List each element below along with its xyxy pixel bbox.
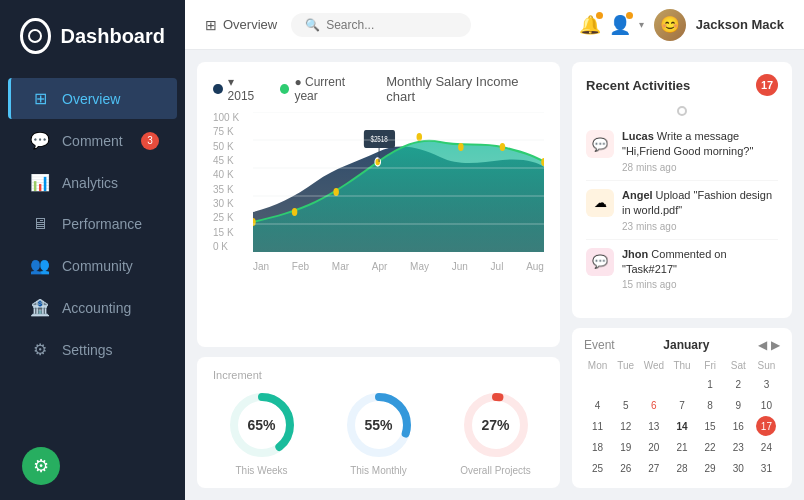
cal-cell[interactable] — [681, 381, 683, 387]
activity-info-lucas: Lucas Write a message "Hi,Friend Good mo… — [622, 129, 778, 173]
cal-cell[interactable] — [625, 381, 627, 387]
chart-area: 100 K75 K50 K 45 K40 K35 K 30 K25 K15 K0… — [213, 112, 544, 272]
event-label: Event — [584, 338, 615, 352]
cal-cell-18[interactable]: 18 — [591, 439, 604, 456]
cal-cell-29[interactable]: 29 — [704, 460, 717, 477]
cal-cell-25[interactable]: 25 — [591, 460, 604, 477]
cal-cell[interactable] — [597, 381, 599, 387]
cal-cell-19[interactable]: 19 — [619, 439, 632, 456]
cal-cell-17-today[interactable]: 17 — [756, 416, 776, 436]
sidebar-nav: ⊞ Overview 💬 Comment 3 📊 Analytics 🖥 Per… — [0, 72, 185, 432]
cal-cell-8[interactable]: 8 — [706, 397, 714, 414]
gauge-monthly-circle: 55% — [343, 389, 415, 461]
search-bar[interactable]: 🔍 — [291, 13, 471, 37]
calendar-grid: Mon Tue Wed Thu Fri Sat Sun 1 2 3 — [584, 358, 780, 478]
sidebar-item-accounting[interactable]: 🏦 Accounting — [8, 287, 177, 328]
main-content: ⊞ Overview 🔍 🔔 👤 ▾ 😊 Jackson Mack — [185, 0, 804, 500]
messages-button[interactable]: 👤 — [609, 14, 631, 36]
comment-badge: 3 — [141, 132, 159, 150]
search-input[interactable] — [326, 18, 457, 32]
app-title: Dashboard — [61, 25, 165, 48]
activities-card: Recent Activities 17 💬 Lucas Write a mes… — [572, 62, 792, 318]
activity-item-angel: ☁ Angel Upload "Fashion design in world.… — [586, 181, 778, 240]
search-icon: 🔍 — [305, 18, 320, 32]
calendar-next[interactable]: ▶ — [771, 338, 780, 352]
cal-cell-31[interactable]: 31 — [760, 460, 773, 477]
activity-time-jhon: 15 mins ago — [622, 279, 778, 290]
legend-dot-2015 — [213, 84, 223, 94]
cal-cell-12[interactable]: 12 — [619, 418, 632, 435]
cal-cell-3[interactable]: 3 — [763, 376, 771, 393]
cal-cell-30[interactable]: 30 — [732, 460, 745, 477]
cal-head-sat: Sat — [725, 358, 752, 373]
cal-cell-16[interactable]: 16 — [732, 418, 745, 435]
gauge-weekly-value: 65% — [247, 417, 275, 433]
activity-info-jhon: Jhon Commented on "Task#217" 15 mins ago — [622, 247, 778, 291]
gauge-container: 65% This Weeks 55% This Monthly — [213, 389, 544, 476]
header: ⊞ Overview 🔍 🔔 👤 ▾ 😊 Jackson Mack — [185, 0, 804, 50]
activity-icon-lucas: 💬 — [586, 130, 614, 158]
chart-card: ▾ 2015 ● Current year Monthly Salary Inc… — [197, 62, 560, 347]
sidebar-item-performance[interactable]: 🖥 Performance — [8, 204, 177, 244]
cal-cell-10[interactable]: 10 — [760, 397, 773, 414]
settings-fab[interactable]: ⚙ — [22, 447, 60, 485]
cal-cell-20[interactable]: 20 — [647, 439, 660, 456]
cal-head-wed: Wed — [640, 358, 667, 373]
sidebar-label-overview: Overview — [62, 91, 120, 107]
cal-cell-5[interactable]: 5 — [622, 397, 630, 414]
sidebar-label-community: Community — [62, 258, 133, 274]
sidebar-item-overview[interactable]: ⊞ Overview — [8, 78, 177, 119]
cal-cell-24[interactable]: 24 — [760, 439, 773, 456]
cal-cell-13[interactable]: 13 — [647, 418, 660, 435]
cal-cell-21[interactable]: 21 — [675, 439, 688, 456]
activity-icon-angel: ☁ — [586, 189, 614, 217]
cal-cell-15[interactable]: 15 — [704, 418, 717, 435]
notifications-button[interactable]: 🔔 — [579, 14, 601, 36]
analytics-icon: 📊 — [30, 173, 50, 192]
cal-cell-7[interactable]: 7 — [678, 397, 686, 414]
content-area: ▾ 2015 ● Current year Monthly Salary Inc… — [185, 50, 804, 500]
svg-point-2 — [333, 188, 339, 196]
cal-cell-14[interactable]: 14 — [675, 418, 688, 435]
calendar-card: Event January ◀ ▶ Mon Tue Wed Thu Fri Sa… — [572, 328, 792, 488]
cal-cell-9[interactable]: 9 — [734, 397, 742, 414]
performance-icon: 🖥 — [30, 215, 50, 233]
cal-cell-1[interactable]: 1 — [706, 376, 714, 393]
chart-legend: ▾ 2015 ● Current year Monthly Salary Inc… — [213, 74, 544, 104]
cal-cell-6[interactable]: 6 — [650, 397, 658, 414]
cal-cell-28[interactable]: 28 — [675, 460, 688, 477]
cal-cell[interactable] — [653, 381, 655, 387]
sidebar-logo: Dashboard — [0, 0, 185, 72]
legend-current: ● Current year — [280, 75, 368, 103]
cal-head-tue: Tue — [612, 358, 639, 373]
header-icons: 🔔 👤 ▾ — [579, 14, 644, 36]
sidebar-label-analytics: Analytics — [62, 175, 118, 191]
svg-text:$2518: $2518 — [370, 134, 387, 144]
cal-cell-27[interactable]: 27 — [647, 460, 660, 477]
activity-icon-jhon: 💬 — [586, 248, 614, 276]
sidebar-item-community[interactable]: 👥 Community — [8, 245, 177, 286]
cal-cell-22[interactable]: 22 — [704, 439, 717, 456]
cal-cell-11[interactable]: 11 — [591, 418, 604, 435]
cal-cell-26[interactable]: 26 — [619, 460, 632, 477]
activity-time-lucas: 28 mins ago — [622, 162, 778, 173]
chart-y-labels: 100 K75 K50 K 45 K40 K35 K 30 K25 K15 K0… — [213, 112, 239, 252]
svg-point-6 — [500, 143, 506, 151]
cal-cell-4[interactable]: 4 — [594, 397, 602, 414]
calendar-prev[interactable]: ◀ — [758, 338, 767, 352]
activity-status-dot — [677, 106, 687, 116]
cal-cell-2[interactable]: 2 — [734, 376, 742, 393]
calendar-header: Event January ◀ ▶ — [584, 338, 780, 352]
sidebar-item-analytics[interactable]: 📊 Analytics — [8, 162, 177, 203]
calendar-nav: ◀ ▶ — [758, 338, 780, 352]
sidebar-item-comment[interactable]: 💬 Comment 3 — [8, 120, 177, 161]
sidebar-item-settings[interactable]: ⚙ Settings — [8, 329, 177, 370]
svg-point-1 — [292, 208, 298, 216]
chevron-down-icon: ▾ — [639, 19, 644, 30]
activity-time-angel: 23 mins ago — [622, 221, 778, 232]
svg-point-3 — [375, 158, 381, 166]
gauge-monthly-value: 55% — [364, 417, 392, 433]
gauge-projects-circle: 27% — [460, 389, 532, 461]
cal-cell-23[interactable]: 23 — [732, 439, 745, 456]
gauge-weekly-circle: 65% — [226, 389, 298, 461]
